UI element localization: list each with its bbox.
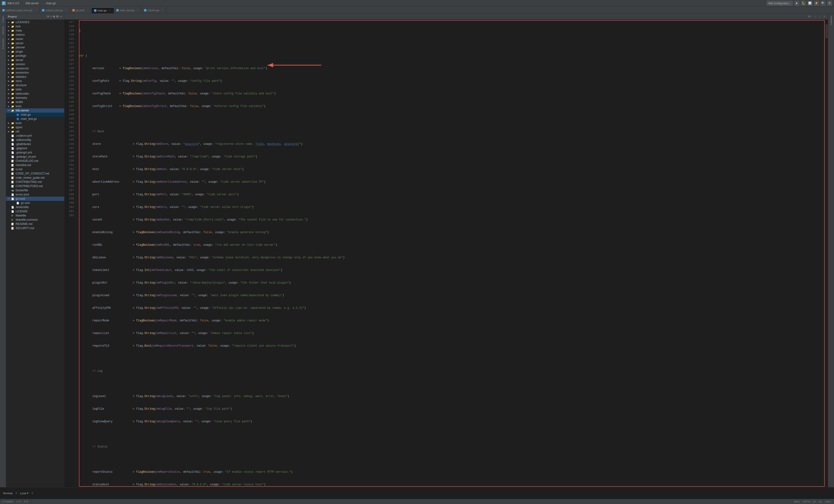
sidebar-item-tidb-server[interactable]: ▼ 📁 tidb-server bbox=[6, 108, 64, 113]
sidebar-item-code-of-conduct[interactable]: 📝 CODE_OF_CONDUCT.md bbox=[6, 171, 64, 176]
terminal-tab[interactable]: Terminal bbox=[3, 492, 13, 495]
sidebar-item-sessionctx[interactable]: ▶ 📁 sessionctx bbox=[6, 66, 64, 70]
sidebar-item-golangci-br[interactable]: 📄 .golangci_br.yml bbox=[6, 155, 64, 159]
sidebar-item-license[interactable]: 📄 LICENSE bbox=[6, 209, 64, 214]
bookmarks-panel-tab[interactable]: Bookmarks bbox=[1, 37, 5, 50]
sync-icon[interactable]: ⟳ bbox=[47, 15, 49, 18]
sidebar-item-session[interactable]: ▶ 📁 session bbox=[6, 62, 64, 66]
debug-button[interactable]: 🐛 bbox=[801, 1, 806, 6]
add-configuration-button[interactable]: Add Configuration... bbox=[767, 1, 793, 6]
sidebar-item-structure[interactable]: ▶ 📁 structure bbox=[6, 83, 64, 87]
sidebar-item-ci[interactable]: 📝 ci.md bbox=[6, 167, 64, 171]
tree-item-label: util bbox=[16, 130, 19, 133]
sidebar-item-telemetry[interactable]: ▶ 📁 telemetry bbox=[6, 96, 64, 100]
collapse-sidebar-icon[interactable]: — bbox=[60, 15, 62, 18]
sidebar-item-golangci[interactable]: 📄 .golangci.yml bbox=[6, 150, 64, 155]
sidebar-item-main-go[interactable]: 🔵 main.go bbox=[6, 113, 64, 117]
project-panel-tab[interactable]: Project bbox=[1, 15, 5, 24]
errors-status[interactable]: ✕ 0 bbox=[24, 500, 28, 503]
run-button[interactable]: ▶ bbox=[794, 1, 799, 6]
line-col-status[interactable]: 140:1 bbox=[794, 500, 800, 503]
warnings-status[interactable]: ⚠ 0 bbox=[16, 500, 21, 503]
folder-icon: 📁 bbox=[11, 101, 15, 104]
sidebar-item-sessiontxn[interactable]: ▶ 📁 sessiontxn bbox=[6, 70, 64, 75]
tab-close-button[interactable]: × bbox=[86, 9, 89, 12]
sidebar-item-go-sum[interactable]: 📄 go.sum bbox=[6, 201, 64, 205]
css-up-status[interactable]: CSS ↑ bbox=[825, 500, 832, 503]
tree-item-label: .gitattributes bbox=[16, 143, 31, 146]
search-everywhere-button[interactable]: 🔍 bbox=[820, 1, 826, 6]
sidebar-item-checklist[interactable]: 📝 checklist.md bbox=[6, 163, 64, 167]
encoding-status[interactable]: UTF-8 bbox=[803, 500, 810, 503]
sidebar-item-meta[interactable]: ▶ 📁 meta bbox=[6, 28, 64, 33]
coverage-button[interactable]: 📊 bbox=[807, 1, 813, 6]
close-editor-icon[interactable]: × bbox=[822, 15, 826, 19]
line-ending-status[interactable]: LF bbox=[813, 500, 816, 503]
sidebar-item-privilege[interactable]: ▶ 📁 privilege bbox=[6, 54, 64, 58]
git-branch-status[interactable]: ⎇ master bbox=[2, 500, 14, 503]
folder-icon: 📁 bbox=[11, 130, 15, 133]
sidebar-item-main-test-go[interactable]: 🔵 main_test.go bbox=[6, 117, 64, 121]
sidebar-item-gitattributes[interactable]: 📄 .gitattributes bbox=[6, 142, 64, 146]
sidebar-item-lock[interactable]: ▶ 📁 lock bbox=[6, 24, 64, 28]
sidebar-item-editorconfig[interactable]: 📄 .editorconfig bbox=[6, 138, 64, 142]
tab-column-go[interactable]: column.go × bbox=[142, 7, 167, 13]
tab-main-test[interactable]: main_test.go × bbox=[114, 7, 142, 13]
sidebar-item-planner[interactable]: ▶ 📁 planner bbox=[6, 45, 64, 49]
sidebar-item-contributors[interactable]: 📝 CONTRIBUTORS.md bbox=[6, 184, 64, 188]
profile-button[interactable]: ⚡ bbox=[814, 1, 819, 6]
tab-close-button[interactable]: × bbox=[109, 9, 111, 12]
code-content[interactable]: ) var ( version = flagBoolean(nmVersion,… bbox=[76, 20, 825, 487]
language-status[interactable]: Go bbox=[818, 500, 822, 503]
sidebar-item-contributing[interactable]: 📝 CONTRIBUTING.md bbox=[6, 180, 64, 184]
settings-sidebar-icon[interactable]: ⚙ bbox=[56, 15, 59, 18]
expand-icon[interactable]: ⊕ bbox=[53, 15, 55, 18]
sidebar-item-makefile-common[interactable]: M Makefile.common bbox=[6, 218, 64, 222]
structure-panel-tab[interactable]: Structure bbox=[1, 25, 5, 36]
sidebar-item-gitignore[interactable]: 📄 .gitignore bbox=[6, 146, 64, 150]
sidebar-item-tablecodec[interactable]: ▶ 📁 tablecodec bbox=[6, 91, 64, 96]
sidebar-item-changelog[interactable]: 📝 CHANGELOG.md bbox=[6, 159, 64, 163]
sidebar-item-codecov[interactable]: 📄 .codecov.yml bbox=[6, 134, 64, 138]
sidebar-item-types[interactable]: ▶ 📁 types bbox=[6, 125, 64, 129]
database-panel-tab[interactable]: Database bbox=[829, 15, 833, 26]
sort-icon[interactable]: ≡ bbox=[50, 15, 52, 18]
sidebar-item-dockerfile[interactable]: 🐳 Dockerfile bbox=[6, 188, 64, 193]
sidebar-item-makefile[interactable]: M Makefile bbox=[6, 214, 64, 218]
sidebar-item-jenkinsfile[interactable]: 📄 Jenkinsfile bbox=[6, 205, 64, 209]
tab-column-test[interactable]: column_test.go × bbox=[40, 7, 70, 13]
tab-go-mod[interactable]: go.mod × bbox=[70, 7, 92, 13]
sidebar-item-statistics[interactable]: ▶ 📁 statistics bbox=[6, 75, 64, 79]
tab-close-button[interactable]: × bbox=[65, 9, 67, 12]
tab-main-go[interactable]: main.go × bbox=[92, 7, 114, 13]
sidebar-item-table[interactable]: ▶ 📁 table bbox=[6, 87, 64, 91]
minimap[interactable] bbox=[825, 20, 828, 487]
sidebar-item-metrics[interactable]: ▶ 📁 metrics bbox=[6, 33, 64, 37]
sidebar-item-licenses[interactable]: ▶ 📁 LICENSES bbox=[6, 20, 64, 24]
sidebar-item-errors-toml[interactable]: 📄 errors.toml bbox=[6, 193, 64, 197]
sidebar-item-code-review[interactable]: 📝 code_review_guide.md bbox=[6, 176, 64, 180]
tab-close-button[interactable]: × bbox=[161, 9, 164, 12]
terminal-up-button[interactable]: ∧ bbox=[31, 491, 33, 495]
sidebar-item-server[interactable]: ▶ 📁 server bbox=[6, 58, 64, 62]
sidebar-item-tests[interactable]: ▶ 📁 tests bbox=[6, 104, 64, 108]
tab-close-button[interactable]: × bbox=[136, 9, 139, 12]
next-occurrence-icon[interactable]: ↓ bbox=[818, 15, 821, 19]
sidebar-item-security[interactable]: 📝 SECURITY.md bbox=[6, 226, 64, 230]
tab-close-button[interactable]: × bbox=[34, 9, 37, 12]
sidebar-item-go-mod-root[interactable]: ▼ 📄 go.mod bbox=[6, 197, 64, 201]
terminal-local-dropdown[interactable]: Local ▾ bbox=[20, 491, 28, 495]
sidebar-item-store[interactable]: ▶ 📁 store bbox=[6, 79, 64, 83]
sidebar-item-util[interactable]: ▶ 📁 util bbox=[6, 129, 64, 134]
prev-occurrence-icon[interactable]: ↑ bbox=[813, 15, 817, 19]
sidebar-item-readme[interactable]: 📝 README.md bbox=[6, 222, 64, 226]
terminal-add-button[interactable]: + bbox=[16, 491, 17, 495]
highlight-usages-icon[interactable]: A↑ bbox=[807, 15, 813, 19]
sidebar-item-testkit[interactable]: ▶ 📁 testkit bbox=[6, 100, 64, 104]
sidebar-item-owner[interactable]: ▶ 📁 owner bbox=[6, 37, 64, 41]
settings-button[interactable]: ⚙ bbox=[827, 1, 832, 6]
sidebar-item-parser[interactable]: ▶ 📁 parser bbox=[6, 41, 64, 45]
sidebar-item-plugin[interactable]: ▶ 📁 plugin bbox=[6, 49, 64, 54]
tab-buffered-read-conn[interactable]: buffered_read_conn.go × bbox=[0, 7, 40, 13]
sidebar-item-tools[interactable]: ▶ 📁 tools bbox=[6, 121, 64, 125]
